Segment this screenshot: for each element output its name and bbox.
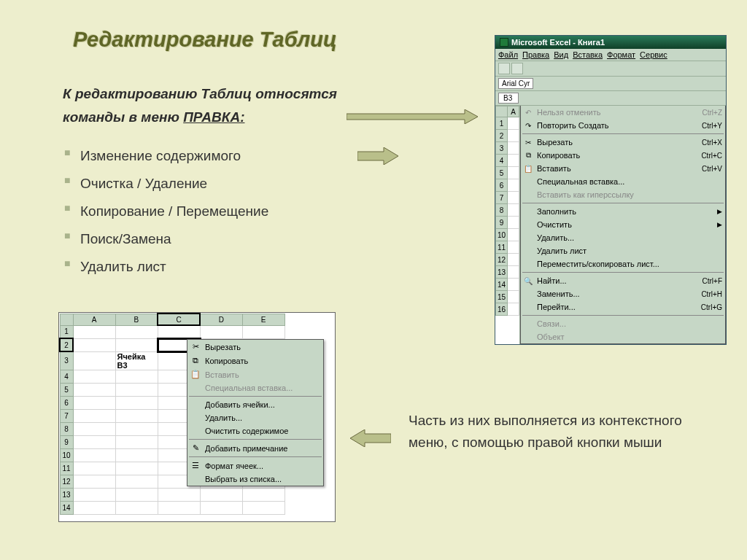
menu-item-icon: ✂ [522,137,534,147]
bullet-item: Изменение содержимого [64,142,341,170]
excel-screenshot: Microsoft Excel - Книга1 Файл Правка Вид… [495,35,727,345]
menu-item-label: Выбрать из списка... [205,475,282,483]
menu-item-label: Копировать [205,357,248,365]
row-header[interactable]: 9 [60,435,73,448]
row-header[interactable]: 7 [496,192,508,204]
menu-file[interactable]: Файл [498,50,518,59]
row-header[interactable]: 4 [496,155,508,167]
col-header[interactable]: B [115,314,158,325]
row-header[interactable]: 9 [496,217,508,229]
edit-menu-item[interactable]: 🔍Найти...Ctrl+F [521,274,725,287]
menu-item-label: Найти... [537,276,700,285]
col-header-selected[interactable]: C [158,314,200,325]
col-header[interactable]: E [242,314,285,325]
edit-menu-item[interactable]: Удалить... [521,231,725,244]
menu-format[interactable]: Формат [607,50,635,59]
row-header[interactable]: 3 [496,142,508,155]
edit-menu-item[interactable]: Специальная вставка... [521,175,725,188]
context-menu-item[interactable]: Удалить... [187,411,323,424]
edit-menu-item[interactable]: Удалить лист [521,244,725,257]
menu-item-icon [522,206,534,217]
name-box[interactable]: B3 [498,93,519,104]
menubar[interactable]: Файл Правка Вид Вставка Формат Сервис [495,49,726,61]
font-toolbar[interactable]: Arial Cyr [495,77,726,91]
toolbar[interactable] [495,61,726,77]
menu-item-label: Заполнить [537,207,714,216]
row-header[interactable]: 11 [60,462,73,475]
edit-menu-item[interactable]: Заменить...Ctrl+H [521,287,725,300]
edit-dropdown-menu[interactable]: ↶Нельзя отменитьCtrl+Z↷Повторить Создать… [520,106,726,344]
menu-separator [522,315,724,316]
cell-b3[interactable]: Ячейка В3 [115,351,158,370]
row-header[interactable]: 13 [496,266,508,279]
menu-item-label: Перейти... [537,303,698,311]
row-header[interactable]: 10 [496,229,508,241]
edit-menu-item[interactable]: ↷Повторить СоздатьCtrl+Y [521,119,725,132]
row-header[interactable]: 4 [60,370,73,383]
edit-menu-item[interactable]: Перейти...Ctrl+G [521,300,725,314]
menu-item-icon: ☰ [189,461,202,470]
row-header[interactable]: 15 [496,291,508,303]
worksheet-grid[interactable]: A 1 2 3 4 5 6 7 8 9 10 11 12 13 14 15 16 [495,106,520,344]
menu-tools[interactable]: Сервис [640,50,667,59]
slide-title: Редактирование Таблиц [73,28,337,52]
menu-separator [189,439,322,440]
cell-context-menu[interactable]: ✂Вырезать⧉Копировать📋ВставитьСпециальная… [187,339,324,486]
row-header[interactable]: 11 [496,241,508,254]
edit-menu-item[interactable]: ⧉КопироватьCtrl+C [521,149,725,162]
arrow-long-right-icon [347,109,478,124]
row-header[interactable]: 16 [496,303,508,316]
row-header[interactable]: 14 [60,501,73,514]
row-header[interactable]: 6 [60,396,73,409]
menu-item-label: Удалить... [205,413,242,422]
font-name-box[interactable]: Arial Cyr [498,78,533,89]
row-header[interactable]: 7 [60,409,73,422]
menu-item-label: Копировать [537,151,698,160]
arrow-left-icon [350,429,391,447]
row-header[interactable]: 8 [60,422,73,435]
row-header[interactable]: 12 [496,254,508,266]
row-header[interactable]: 2 [496,130,508,142]
edit-menu-item: Объект [521,330,725,343]
menu-view[interactable]: Вид [554,50,568,59]
edit-menu-item[interactable]: Заполнить▶ [521,205,725,218]
row-header[interactable]: 8 [496,204,508,217]
context-menu-item[interactable]: Выбрать из списка... [187,472,323,486]
context-menu-item[interactable]: ☰Формат ячеек... [187,459,323,472]
edit-menu-item[interactable]: Переместить/скопировать лист... [521,257,725,271]
submenu-arrow-icon: ▶ [717,221,722,228]
row-header[interactable]: 10 [60,448,73,462]
context-menu-item[interactable]: Добавить ячейки... [187,398,323,411]
row-header-selected[interactable]: 2 [60,338,73,351]
edit-menu-item[interactable]: ✂ВырезатьCtrl+X [521,136,725,149]
row-header[interactable]: 13 [60,488,73,501]
edit-menu-item[interactable]: Очистить▶ [521,218,725,231]
context-menu-item[interactable]: ✂Вырезать [187,340,323,354]
row-header[interactable]: 5 [60,383,73,396]
menu-insert[interactable]: Вставка [573,50,603,59]
menu-item-shortcut: Ctrl+G [701,303,722,311]
row-header[interactable]: 14 [496,279,508,291]
row-header[interactable]: 1 [60,325,73,338]
menu-separator [522,272,724,273]
col-header[interactable]: A [508,106,519,117]
menu-edit[interactable]: Правка [522,50,549,59]
menu-item-label: Связи... [537,319,722,328]
row-header[interactable]: 5 [496,167,508,179]
col-header[interactable]: D [200,314,242,325]
edit-menu-item[interactable]: 📋ВставитьCtrl+V [521,162,725,175]
toolbar-button[interactable] [498,63,510,74]
row-header[interactable]: 3 [60,351,73,370]
context-menu-item[interactable]: Очистить содержимое [187,424,323,438]
row-header[interactable]: 6 [496,179,508,192]
menu-item-label: Вставить [537,164,699,173]
menu-item-label: Вставить как гиперссылку [537,190,722,199]
row-header[interactable]: 1 [496,117,508,130]
row-header[interactable]: 12 [60,475,73,488]
formula-bar[interactable]: B3 [495,91,726,106]
context-menu-item[interactable]: ⧉Копировать [187,354,323,368]
col-header[interactable]: A [73,314,115,325]
context-menu-screenshot: A B C D E 1 2 3Ячейка В3 4 5 6 7 8 9 10 … [58,312,336,522]
context-menu-item[interactable]: ✎Добавить примечание [187,441,323,455]
toolbar-button[interactable] [511,63,523,74]
